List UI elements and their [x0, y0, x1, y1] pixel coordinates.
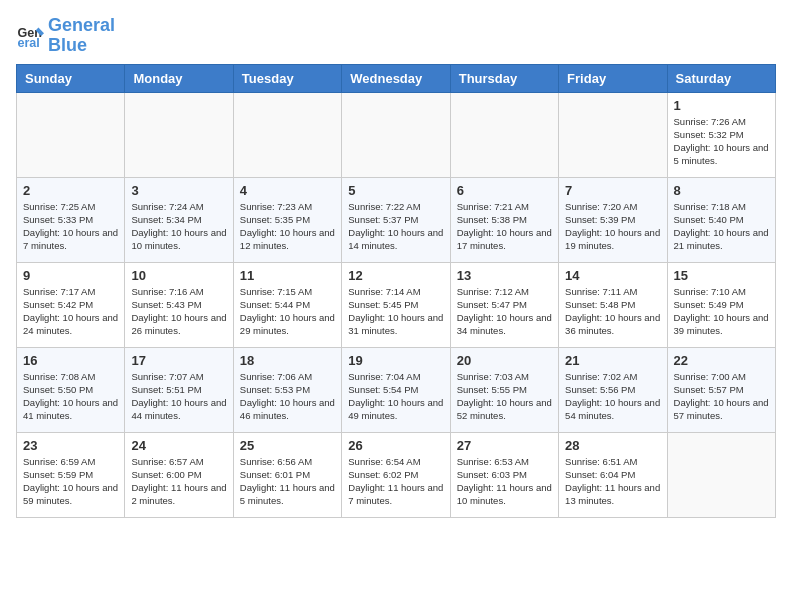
calendar-cell: [559, 92, 667, 177]
calendar-cell: [125, 92, 233, 177]
calendar-cell: 12Sunrise: 7:14 AM Sunset: 5:45 PM Dayli…: [342, 262, 450, 347]
day-number: 16: [23, 353, 118, 368]
day-number: 9: [23, 268, 118, 283]
calendar-week-4: 16Sunrise: 7:08 AM Sunset: 5:50 PM Dayli…: [17, 347, 776, 432]
day-number: 22: [674, 353, 769, 368]
calendar-cell: 26Sunrise: 6:54 AM Sunset: 6:02 PM Dayli…: [342, 432, 450, 517]
calendar-cell: [17, 92, 125, 177]
calendar-cell: 14Sunrise: 7:11 AM Sunset: 5:48 PM Dayli…: [559, 262, 667, 347]
column-header-tuesday: Tuesday: [233, 64, 341, 92]
day-number: 18: [240, 353, 335, 368]
column-header-friday: Friday: [559, 64, 667, 92]
logo-icon: Gen eral: [16, 22, 44, 50]
day-number: 3: [131, 183, 226, 198]
day-info: Sunrise: 6:51 AM Sunset: 6:04 PM Dayligh…: [565, 455, 660, 508]
day-info: Sunrise: 6:56 AM Sunset: 6:01 PM Dayligh…: [240, 455, 335, 508]
day-number: 28: [565, 438, 660, 453]
day-number: 8: [674, 183, 769, 198]
day-info: Sunrise: 7:10 AM Sunset: 5:49 PM Dayligh…: [674, 285, 769, 338]
day-info: Sunrise: 7:00 AM Sunset: 5:57 PM Dayligh…: [674, 370, 769, 423]
day-number: 17: [131, 353, 226, 368]
day-info: Sunrise: 7:21 AM Sunset: 5:38 PM Dayligh…: [457, 200, 552, 253]
calendar-cell: 5Sunrise: 7:22 AM Sunset: 5:37 PM Daylig…: [342, 177, 450, 262]
calendar-cell: [450, 92, 558, 177]
day-info: Sunrise: 7:25 AM Sunset: 5:33 PM Dayligh…: [23, 200, 118, 253]
column-header-saturday: Saturday: [667, 64, 775, 92]
day-number: 11: [240, 268, 335, 283]
day-number: 13: [457, 268, 552, 283]
calendar-cell: 3Sunrise: 7:24 AM Sunset: 5:34 PM Daylig…: [125, 177, 233, 262]
day-number: 1: [674, 98, 769, 113]
calendar-cell: 10Sunrise: 7:16 AM Sunset: 5:43 PM Dayli…: [125, 262, 233, 347]
calendar-cell: 1Sunrise: 7:26 AM Sunset: 5:32 PM Daylig…: [667, 92, 775, 177]
calendar-cell: 11Sunrise: 7:15 AM Sunset: 5:44 PM Dayli…: [233, 262, 341, 347]
calendar-cell: 15Sunrise: 7:10 AM Sunset: 5:49 PM Dayli…: [667, 262, 775, 347]
day-number: 23: [23, 438, 118, 453]
day-number: 25: [240, 438, 335, 453]
column-header-wednesday: Wednesday: [342, 64, 450, 92]
day-info: Sunrise: 7:08 AM Sunset: 5:50 PM Dayligh…: [23, 370, 118, 423]
day-info: Sunrise: 7:15 AM Sunset: 5:44 PM Dayligh…: [240, 285, 335, 338]
day-info: Sunrise: 7:07 AM Sunset: 5:51 PM Dayligh…: [131, 370, 226, 423]
day-number: 15: [674, 268, 769, 283]
calendar-table: SundayMondayTuesdayWednesdayThursdayFrid…: [16, 64, 776, 518]
calendar-week-5: 23Sunrise: 6:59 AM Sunset: 5:59 PM Dayli…: [17, 432, 776, 517]
day-number: 10: [131, 268, 226, 283]
day-number: 20: [457, 353, 552, 368]
calendar-week-3: 9Sunrise: 7:17 AM Sunset: 5:42 PM Daylig…: [17, 262, 776, 347]
calendar-cell: 21Sunrise: 7:02 AM Sunset: 5:56 PM Dayli…: [559, 347, 667, 432]
day-info: Sunrise: 7:02 AM Sunset: 5:56 PM Dayligh…: [565, 370, 660, 423]
day-info: Sunrise: 7:11 AM Sunset: 5:48 PM Dayligh…: [565, 285, 660, 338]
day-number: 14: [565, 268, 660, 283]
day-info: Sunrise: 7:22 AM Sunset: 5:37 PM Dayligh…: [348, 200, 443, 253]
calendar-cell: 8Sunrise: 7:18 AM Sunset: 5:40 PM Daylig…: [667, 177, 775, 262]
day-number: 5: [348, 183, 443, 198]
day-number: 26: [348, 438, 443, 453]
calendar-cell: 2Sunrise: 7:25 AM Sunset: 5:33 PM Daylig…: [17, 177, 125, 262]
logo: Gen eral General Blue: [16, 16, 115, 56]
day-number: 7: [565, 183, 660, 198]
calendar-cell: 20Sunrise: 7:03 AM Sunset: 5:55 PM Dayli…: [450, 347, 558, 432]
calendar-week-2: 2Sunrise: 7:25 AM Sunset: 5:33 PM Daylig…: [17, 177, 776, 262]
day-info: Sunrise: 7:12 AM Sunset: 5:47 PM Dayligh…: [457, 285, 552, 338]
day-info: Sunrise: 7:03 AM Sunset: 5:55 PM Dayligh…: [457, 370, 552, 423]
column-header-monday: Monday: [125, 64, 233, 92]
day-number: 19: [348, 353, 443, 368]
calendar-cell: 4Sunrise: 7:23 AM Sunset: 5:35 PM Daylig…: [233, 177, 341, 262]
day-number: 27: [457, 438, 552, 453]
calendar-cell: [667, 432, 775, 517]
calendar-cell: 13Sunrise: 7:12 AM Sunset: 5:47 PM Dayli…: [450, 262, 558, 347]
day-number: 24: [131, 438, 226, 453]
calendar-cell: 7Sunrise: 7:20 AM Sunset: 5:39 PM Daylig…: [559, 177, 667, 262]
day-info: Sunrise: 6:57 AM Sunset: 6:00 PM Dayligh…: [131, 455, 226, 508]
calendar-cell: 9Sunrise: 7:17 AM Sunset: 5:42 PM Daylig…: [17, 262, 125, 347]
day-info: Sunrise: 7:16 AM Sunset: 5:43 PM Dayligh…: [131, 285, 226, 338]
calendar-week-1: 1Sunrise: 7:26 AM Sunset: 5:32 PM Daylig…: [17, 92, 776, 177]
calendar-cell: [233, 92, 341, 177]
day-number: 4: [240, 183, 335, 198]
day-info: Sunrise: 6:53 AM Sunset: 6:03 PM Dayligh…: [457, 455, 552, 508]
calendar-cell: 22Sunrise: 7:00 AM Sunset: 5:57 PM Dayli…: [667, 347, 775, 432]
day-info: Sunrise: 7:20 AM Sunset: 5:39 PM Dayligh…: [565, 200, 660, 253]
day-info: Sunrise: 7:18 AM Sunset: 5:40 PM Dayligh…: [674, 200, 769, 253]
day-info: Sunrise: 7:23 AM Sunset: 5:35 PM Dayligh…: [240, 200, 335, 253]
calendar-cell: 17Sunrise: 7:07 AM Sunset: 5:51 PM Dayli…: [125, 347, 233, 432]
calendar-cell: [342, 92, 450, 177]
day-info: Sunrise: 6:59 AM Sunset: 5:59 PM Dayligh…: [23, 455, 118, 508]
column-header-thursday: Thursday: [450, 64, 558, 92]
day-info: Sunrise: 7:26 AM Sunset: 5:32 PM Dayligh…: [674, 115, 769, 168]
calendar-cell: 18Sunrise: 7:06 AM Sunset: 5:53 PM Dayli…: [233, 347, 341, 432]
svg-text:eral: eral: [17, 36, 39, 50]
day-number: 12: [348, 268, 443, 283]
calendar-cell: 23Sunrise: 6:59 AM Sunset: 5:59 PM Dayli…: [17, 432, 125, 517]
calendar-cell: 25Sunrise: 6:56 AM Sunset: 6:01 PM Dayli…: [233, 432, 341, 517]
logo-text-line1: General: [48, 16, 115, 36]
day-number: 21: [565, 353, 660, 368]
calendar-cell: 28Sunrise: 6:51 AM Sunset: 6:04 PM Dayli…: [559, 432, 667, 517]
calendar-cell: 6Sunrise: 7:21 AM Sunset: 5:38 PM Daylig…: [450, 177, 558, 262]
day-info: Sunrise: 6:54 AM Sunset: 6:02 PM Dayligh…: [348, 455, 443, 508]
calendar-cell: 16Sunrise: 7:08 AM Sunset: 5:50 PM Dayli…: [17, 347, 125, 432]
day-info: Sunrise: 7:06 AM Sunset: 5:53 PM Dayligh…: [240, 370, 335, 423]
calendar-cell: 27Sunrise: 6:53 AM Sunset: 6:03 PM Dayli…: [450, 432, 558, 517]
column-header-sunday: Sunday: [17, 64, 125, 92]
